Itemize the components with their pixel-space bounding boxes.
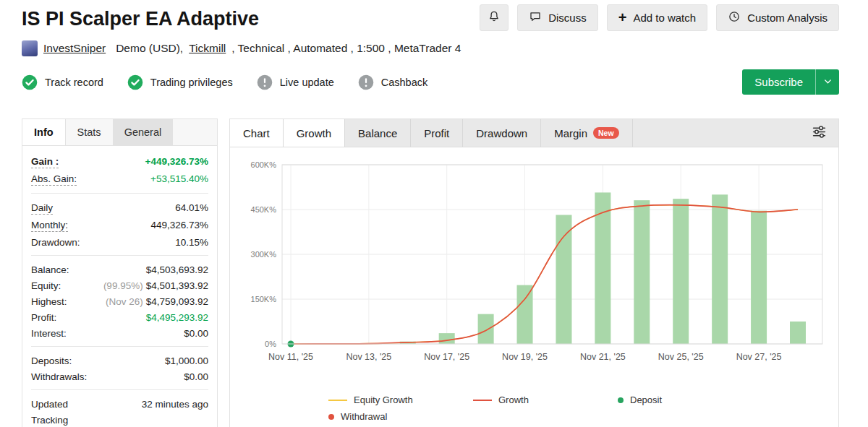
info-row: Gain :+449,326.73%	[31, 153, 208, 171]
account-type: Demo (USD),	[116, 42, 183, 55]
tab-growth[interactable]: Growth	[284, 119, 345, 147]
info-row: Equity:(99.95%)$4,501,393.92	[31, 277, 208, 293]
badges-row: Track record Trading privileges Live upd…	[22, 69, 839, 95]
discuss-button[interactable]: Discuss	[517, 4, 598, 31]
info-value: $4,503,693.92	[146, 264, 208, 275]
info-label: Deposits:	[31, 355, 72, 366]
info-label: Daily	[31, 202, 53, 215]
info-row: Withdrawals:$0.00	[31, 368, 208, 384]
info-label: Updated	[31, 399, 68, 410]
info-value: $1,000.00	[165, 355, 208, 366]
x-tick-label: Nov 25, '25	[658, 352, 704, 362]
info-value: $4,495,293.92	[146, 312, 208, 323]
badge-label: Cashback	[381, 77, 427, 88]
new-badge: New	[593, 127, 619, 139]
exclamation-icon	[257, 74, 273, 90]
add-to-watch-label: Add to watch	[633, 12, 696, 24]
notifications-button[interactable]	[480, 4, 509, 31]
info-value: $0.00	[184, 328, 208, 339]
tab-stats[interactable]: Stats	[66, 119, 113, 145]
subscribe-dropdown-button[interactable]	[815, 69, 839, 95]
tab-profit[interactable]: Profit	[411, 119, 463, 147]
info-row: Balance:$4,503,693.92	[31, 262, 208, 277]
chart-panel: Chart Growth Balance Profit Drawdown Mar…	[229, 118, 839, 427]
tab-margin[interactable]: Margin New	[541, 119, 632, 147]
info-row: Daily64.01%	[31, 199, 208, 217]
legend-item-growth[interactable]: Growth	[473, 394, 618, 405]
broker-link[interactable]: Tickmill	[189, 42, 226, 55]
legend-label: Withdrawal	[341, 411, 387, 422]
info-label: Equity:	[31, 280, 61, 291]
info-row: Tracking	[31, 412, 208, 427]
badge-live-update: Live update	[257, 74, 334, 90]
info-label: Withdrawals:	[31, 371, 87, 382]
badge-trading-privileges: Trading privileges	[127, 74, 233, 90]
y-tick-label: 450K%	[251, 205, 277, 214]
info-value: 449,326.73%	[150, 220, 208, 230]
legend-dot-swatch	[328, 414, 334, 420]
check-icon	[22, 74, 38, 90]
check-icon	[127, 74, 143, 90]
info-label: Tracking	[31, 415, 68, 426]
info-group: Gain :+449,326.73%Abs. Gain:+53,515.40%	[31, 152, 208, 193]
x-tick-label: Nov 13, '25	[346, 352, 391, 362]
info-value: 64.01%	[175, 202, 208, 213]
tab-general[interactable]: General	[113, 119, 174, 145]
info-panel: Info Stats General Gain :+449,326.73%Abs…	[22, 118, 218, 427]
info-value-prefix: (Nov 26)	[106, 296, 143, 307]
legend-item-deposit[interactable]: Deposit	[618, 394, 762, 405]
add-to-watch-button[interactable]: + Add to watch	[607, 4, 707, 31]
tab-info[interactable]: Info	[22, 119, 66, 145]
sliders-filter-icon	[812, 124, 827, 142]
bell-icon	[488, 10, 501, 25]
y-tick-label: 600K%	[251, 160, 277, 169]
info-rows: Gain :+449,326.73%Abs. Gain:+53,515.40%D…	[22, 146, 217, 427]
info-row: Drawdown:10.15%	[31, 234, 208, 250]
info-value: 32 minutes ago	[142, 399, 208, 410]
avatar[interactable]	[22, 40, 38, 56]
x-tick-label: Nov 19, '25	[502, 352, 548, 362]
subscribe-button[interactable]: Subscribe	[742, 69, 815, 95]
legend-item-equity-growth[interactable]: Equity Growth	[328, 394, 473, 405]
info-value: +53,515.40%	[150, 173, 208, 184]
badge-label: Trading privileges	[150, 77, 233, 88]
info-label: Monthly:	[31, 220, 68, 232]
growth-chart-svg[interactable]: 0%150K%300K%450K%600K%Nov 11, '25Nov 13,…	[234, 155, 830, 373]
legend-item-withdrawal[interactable]: Withdrawal	[328, 411, 473, 422]
legend-label: Growth	[498, 394, 529, 405]
info-row: Abs. Gain:+53,515.40%	[31, 171, 208, 188]
info-value: +449,326.73%	[145, 156, 208, 167]
info-row: Deposits:$1,000.00	[31, 353, 208, 368]
info-label: Drawdown:	[31, 237, 80, 248]
plus-icon: +	[618, 10, 627, 25]
info-value-prefix: (99.95%)	[103, 280, 143, 291]
legend-dot-swatch	[618, 397, 624, 403]
info-row: Highest:(Nov 26)$4,759,093.92	[31, 293, 208, 309]
x-tick-label: Nov 11, '25	[268, 352, 313, 362]
info-group: Deposits:$1,000.00Withdrawals:$0.00	[31, 346, 208, 389]
author-link[interactable]: InvestSniper	[43, 42, 106, 55]
legend-line-swatch	[328, 400, 347, 401]
info-group: Updated32 minutes agoTracking	[31, 389, 208, 427]
top-bar: IS PI Scalper EA Adaptive Discuss + Add …	[22, 4, 839, 31]
info-value: (99.95%)$4,501,393.92	[103, 280, 208, 291]
custom-analysis-button[interactable]: Custom Analysis	[716, 4, 839, 31]
info-label: Balance:	[31, 264, 69, 275]
chart-settings-button[interactable]	[812, 119, 838, 147]
exclamation-icon	[358, 74, 374, 90]
account-details: , Technical , Automated , 1:500 , MetaTr…	[231, 42, 461, 55]
info-label: Interest:	[31, 328, 67, 339]
x-tick-label: Nov 17, '25	[424, 352, 469, 362]
tab-drawdown[interactable]: Drawdown	[463, 119, 541, 147]
tab-balance[interactable]: Balance	[345, 119, 411, 147]
account-meta-row: InvestSniper Demo (USD), Tickmill , Tech…	[22, 40, 839, 56]
info-group: Balance:$4,503,693.92Equity:(99.95%)$4,5…	[31, 255, 208, 346]
info-row: Interest:$0.00	[31, 325, 208, 341]
legend-label: Equity Growth	[354, 394, 413, 405]
chevron-down-icon	[823, 76, 833, 89]
badge-cashback: Cashback	[358, 74, 427, 90]
legend-label: Deposit	[630, 394, 662, 405]
info-row: Monthly:449,326.73%	[31, 217, 208, 234]
custom-analysis-label: Custom Analysis	[747, 12, 827, 24]
tab-chart[interactable]: Chart	[230, 119, 284, 147]
